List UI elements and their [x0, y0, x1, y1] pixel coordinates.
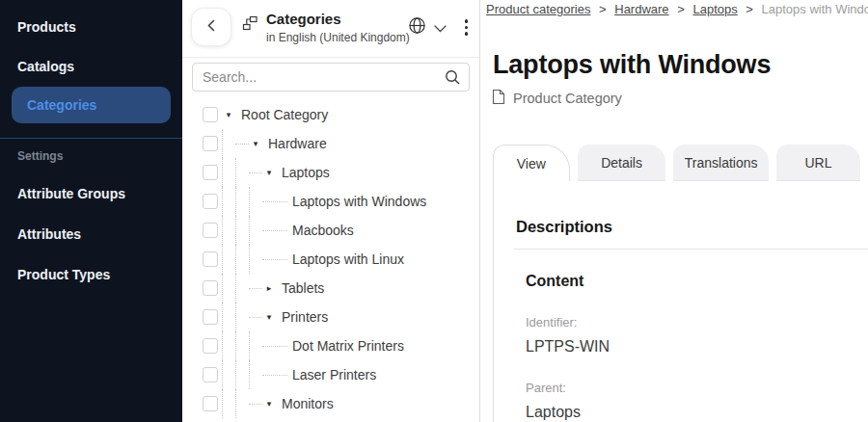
sidebar-item-products[interactable]: Products	[0, 7, 182, 46]
tree-panel-locale-subtitle: in English (United Kingdom)	[266, 31, 410, 44]
tree-item-label[interactable]: Tablets	[282, 280, 324, 296]
tree-item[interactable]: Laser Printers	[182, 360, 479, 389]
subsection-title-content: Content	[526, 273, 868, 290]
breadcrumb-separator: >	[746, 2, 753, 16]
search-input[interactable]	[192, 63, 470, 92]
tree-item-label[interactable]: Monitors	[282, 396, 334, 411]
breadcrumb-link[interactable]: Laptops	[692, 2, 737, 16]
breadcrumb-link[interactable]: Product categories	[486, 2, 590, 16]
tab-panel-view: Descriptions Content Identifier: LPTPS-W…	[493, 181, 868, 422]
tree-panel-title: Categories	[266, 12, 410, 28]
field-label-parent: Parent:	[526, 381, 868, 395]
tree-item[interactable]: Dot Matrix Printers	[182, 331, 479, 360]
tree-checkbox[interactable]	[203, 396, 218, 411]
tree-checkbox[interactable]	[203, 309, 218, 325]
section-divider	[514, 249, 868, 250]
collapse-toggle-icon[interactable]: ▾	[262, 169, 276, 177]
tree-item-label[interactable]: Macbooks	[292, 223, 354, 238]
category-tree-panel: Categories in English (United Kingdom)	[182, 0, 480, 422]
field-value-parent: Laptops	[526, 404, 868, 421]
tree-panel-title-group: Categories in English (United Kingdom)	[241, 12, 410, 44]
tab-translations[interactable]: Translations	[673, 145, 768, 181]
tree-checkbox[interactable]	[203, 367, 218, 382]
tree-item-label[interactable]: Laser Printers	[292, 367, 376, 382]
tree-item-label[interactable]: Printers	[282, 309, 328, 325]
sidebar-item-attribute-groups[interactable]: Attribute Groups	[0, 173, 182, 214]
tree-item-label[interactable]: Laptops	[282, 165, 330, 180]
category-tree: ▾ Root Category ▾ Hardware ▾ Laptops Lap…	[182, 100, 479, 418]
tree-item[interactable]: ▸ Tablets	[182, 274, 479, 303]
document-icon	[492, 89, 505, 108]
breadcrumb: Product categories > Hardware > Laptops …	[480, 0, 868, 16]
page-title: Laptops with Windows	[493, 52, 868, 78]
tree-checkbox[interactable]	[203, 251, 218, 267]
tree-checkbox[interactable]	[203, 165, 218, 180]
locale-switcher[interactable]	[408, 16, 447, 39]
tree-item-label[interactable]: Laptops with Windows	[292, 194, 426, 209]
back-button[interactable]	[191, 8, 231, 46]
chevron-left-icon	[204, 18, 219, 37]
tree-item[interactable]: Macbooks	[182, 216, 479, 245]
kebab-menu-icon[interactable]	[463, 17, 471, 38]
tree-item-label[interactable]: Hardware	[268, 136, 327, 151]
tree-item[interactable]: ▾ Root Category	[182, 100, 479, 129]
category-tree-icon	[241, 14, 258, 44]
tree-item[interactable]: ▾ Monitors	[182, 389, 479, 418]
tree-checkbox[interactable]	[203, 280, 218, 296]
tree-item[interactable]: Laptops with Windows	[182, 187, 479, 216]
field-value-identifier: LPTPS-WIN	[526, 338, 868, 356]
expand-toggle-icon[interactable]: ▸	[262, 284, 276, 293]
tree-item[interactable]: ▾ Laptops	[182, 158, 479, 187]
search-icon	[445, 69, 461, 90]
sidebar-item-attributes[interactable]: Attributes	[0, 214, 182, 254]
globe-icon	[408, 16, 426, 39]
collapse-toggle-icon[interactable]: ▾	[262, 313, 276, 322]
collapse-toggle-icon[interactable]: ▾	[262, 400, 276, 409]
section-title-descriptions: Descriptions	[516, 218, 868, 236]
tree-panel-header: Categories in English (United Kingdom)	[182, 0, 479, 58]
collapse-toggle-icon[interactable]: ▾	[222, 111, 235, 119]
detail-panel: Product categories > Hardware > Laptops …	[480, 0, 868, 422]
tree-item-label[interactable]: Root Category	[241, 107, 328, 122]
tree-item[interactable]: ▾ Hardware	[182, 129, 479, 158]
app-window: Products Catalogs Categories Settings At…	[0, 0, 868, 422]
collapse-toggle-icon[interactable]: ▾	[249, 140, 262, 148]
breadcrumb-current: Laptops with Windows	[762, 2, 868, 16]
breadcrumb-link[interactable]: Hardware	[614, 2, 668, 16]
tree-checkbox[interactable]	[203, 194, 218, 209]
tab-bar: View Details Translations URL	[480, 145, 868, 181]
page-type-label: Product Category	[513, 91, 622, 106]
page-type: Product Category	[492, 89, 868, 108]
tab-details[interactable]: Details	[578, 145, 666, 181]
field-label-identifier: Identifier:	[526, 315, 868, 330]
tree-item-label[interactable]: Laptops with Linux	[292, 251, 404, 267]
tab-url[interactable]: URL	[776, 145, 860, 181]
sidebar: Products Catalogs Categories Settings At…	[0, 0, 182, 422]
tree-item[interactable]: Laptops with Linux	[182, 245, 479, 274]
tree-checkbox[interactable]	[203, 223, 218, 238]
tree-checkbox[interactable]	[203, 107, 218, 122]
tree-checkbox[interactable]	[203, 338, 218, 354]
sidebar-item-product-types[interactable]: Product Types	[0, 254, 182, 295]
tree-item-label[interactable]: Dot Matrix Printers	[292, 338, 404, 354]
sidebar-item-catalogs[interactable]: Catalogs	[0, 46, 182, 86]
tree-item[interactable]: ▾ Printers	[182, 303, 479, 331]
sidebar-section-settings-label: Settings	[0, 139, 182, 173]
tree-checkbox[interactable]	[203, 136, 218, 151]
chevron-down-icon	[434, 19, 447, 37]
tree-panel-actions	[408, 16, 471, 39]
breadcrumb-separator: >	[677, 2, 685, 16]
tab-view[interactable]: View	[493, 145, 570, 181]
breadcrumb-separator: >	[599, 2, 607, 16]
tree-search	[192, 63, 470, 92]
sidebar-item-categories[interactable]: Categories	[12, 87, 171, 123]
